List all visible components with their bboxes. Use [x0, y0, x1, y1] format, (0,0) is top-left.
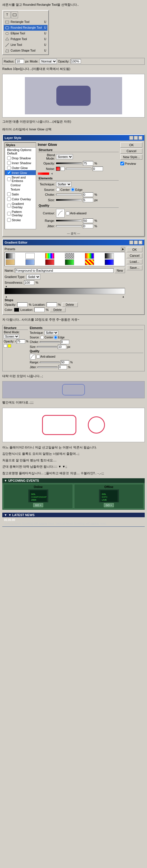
preview-label[interactable]: Preview	[120, 162, 142, 165]
ls-contour[interactable]: Contour	[5, 183, 36, 187]
color-stop-swatch[interactable]	[14, 308, 19, 312]
color-loc-value[interactable]	[34, 308, 45, 312]
mini-edge-label[interactable]: Edge	[54, 336, 64, 339]
source-edge-label[interactable]: Edge	[71, 188, 83, 191]
location-stop-value[interactable]	[47, 302, 57, 307]
opacity-slider[interactable]	[56, 162, 82, 164]
tool-custom-shape[interactable]: Custom Shape Tool U	[4, 48, 47, 54]
mini-jitter-value[interactable]	[58, 365, 67, 369]
preset-10[interactable]	[65, 259, 74, 265]
mini-range-value[interactable]	[61, 360, 69, 365]
mini-opacity-slider[interactable]	[15, 341, 16, 342]
gradient-new-btn[interactable]: New	[115, 268, 125, 273]
opacity-stop-value[interactable]	[17, 302, 28, 307]
mini-technique-select[interactable]: Softer	[44, 331, 58, 335]
preset-4[interactable]	[65, 253, 74, 259]
opacity-input[interactable]	[71, 59, 81, 64]
color-stop-delete-btn[interactable]: Delete	[50, 308, 66, 312]
preset-8[interactable]	[26, 259, 35, 265]
range-value[interactable]	[83, 218, 93, 223]
maximize-btn[interactable]: □	[134, 136, 138, 140]
pattern-overlay-check[interactable]	[7, 212, 11, 216]
inner-shadow-check[interactable]	[7, 161, 11, 165]
event-go-btn-1[interactable]: GO >	[33, 503, 43, 507]
new-style-button[interactable]: New Style...	[120, 154, 142, 160]
preset-6[interactable]	[105, 253, 114, 259]
mini-range-slider[interactable]	[40, 362, 60, 363]
stroke-check[interactable]	[7, 218, 11, 222]
gradient-type-select[interactable]: Solid	[26, 274, 40, 279]
mini-center-radio[interactable]	[40, 336, 44, 339]
range-slider[interactable]	[56, 220, 82, 221]
source-center-label[interactable]: Center	[56, 188, 70, 191]
stop-delete-btn[interactable]: Delete	[62, 303, 78, 307]
mini-antialias-label[interactable]: Anti-aliased	[36, 355, 55, 359]
tool-rectangle[interactable]: Rectangle Tool U	[4, 19, 47, 25]
stop-arrow-bottom-right[interactable]: ▲	[122, 296, 124, 298]
ls-drop-shadow[interactable]: Drop Shadow	[5, 156, 36, 160]
mini-jitter-slider[interactable]	[37, 367, 58, 368]
mini-center-label[interactable]: Center	[40, 336, 53, 339]
gradient-overlay-check[interactable]	[7, 204, 11, 208]
mini-choke-value[interactable]	[61, 340, 69, 344]
glow-color-swatch[interactable]	[56, 167, 60, 171]
ls-inner-glow[interactable]: Inner Glow	[5, 170, 36, 175]
mini-blend-select[interactable]: Screen	[4, 334, 19, 339]
mini-opacity-value[interactable]	[16, 339, 25, 344]
preset-12[interactable]	[105, 259, 114, 265]
preset-9[interactable]	[45, 259, 54, 265]
mini-size-slider[interactable]	[37, 346, 57, 348]
ls-outer-glow[interactable]: Outer Glow	[5, 165, 36, 170]
jitter-value[interactable]	[83, 224, 93, 228]
stop-arrow-bottom-left[interactable]: ▲	[5, 296, 7, 298]
cancel-button[interactable]: Cancel	[120, 149, 142, 154]
ls-pattern-overlay[interactable]: Pattern Overlay	[5, 210, 36, 217]
gradient-name-input[interactable]	[15, 268, 114, 273]
gradient-ok-btn[interactable]: OK	[127, 247, 142, 252]
tool-icon-2[interactable]	[11, 11, 18, 18]
ls-stroke[interactable]: Stroke	[5, 217, 36, 222]
radius-input[interactable]	[15, 59, 24, 64]
ls-gradient-overlay[interactable]: Gradient Overlay	[5, 202, 36, 210]
tool-icon-1[interactable]: T	[4, 11, 10, 18]
blend-mode-select[interactable]: Screen	[56, 154, 73, 159]
satin-check[interactable]	[7, 192, 11, 196]
contour-preview[interactable]	[56, 209, 65, 217]
mode-select[interactable]: Normal	[40, 59, 57, 64]
smoothness-value[interactable]	[24, 280, 34, 285]
tool-rounded-rectangle[interactable]: Rounded Rectangle Tool U	[4, 25, 47, 31]
ge-close-btn[interactable]: ✕	[138, 241, 142, 244]
ls-inner-shadow[interactable]: Inner Shadow	[5, 160, 36, 165]
inner-glow-check[interactable]	[7, 171, 11, 175]
mini-edge-radio[interactable]	[54, 336, 58, 339]
preset-2[interactable]	[26, 253, 35, 259]
ls-blending-options[interactable]: Blending Options: Default	[5, 148, 36, 156]
presets-expand-btn[interactable]: ▶	[121, 247, 125, 251]
preview-check[interactable]	[120, 162, 124, 165]
stop-arrow-left[interactable]: ▼	[5, 285, 7, 288]
glow-white-swatch[interactable]	[61, 167, 65, 171]
jitter-slider[interactable]	[56, 225, 82, 227]
preset-7[interactable]	[6, 259, 15, 265]
choke-slider[interactable]	[56, 194, 82, 195]
noise-slider[interactable]	[66, 168, 91, 169]
tool-ellipse[interactable]: Ellipse Tool U	[4, 31, 47, 36]
mini-size-value[interactable]	[58, 345, 66, 349]
choke-value[interactable]	[83, 192, 93, 197]
minimize-btn[interactable]: _	[129, 136, 133, 140]
ge-maximize-btn[interactable]: □	[134, 241, 138, 244]
ls-bevel-emboss[interactable]: Bevel and Emboss	[5, 175, 36, 183]
gradient-cancel-btn[interactable]: Cancel	[127, 253, 142, 258]
drop-shadow-check[interactable]	[7, 156, 11, 160]
close-btn[interactable]: ✕	[138, 136, 142, 140]
mini-choke-slider[interactable]	[40, 341, 60, 343]
ge-minimize-btn[interactable]: _	[129, 241, 133, 244]
ls-color-overlay[interactable]: Color Overlay	[5, 196, 36, 202]
ok-button[interactable]: OK	[120, 143, 142, 148]
tool-polygon[interactable]: Polygon Tool U	[4, 36, 47, 42]
preset-1[interactable]	[6, 253, 15, 259]
color-overlay-check[interactable]	[7, 197, 11, 201]
preset-5[interactable]	[85, 253, 94, 259]
anti-aliased-label[interactable]: Anti-aliased	[66, 212, 86, 215]
gradient-save-btn[interactable]: Save...	[127, 265, 142, 270]
